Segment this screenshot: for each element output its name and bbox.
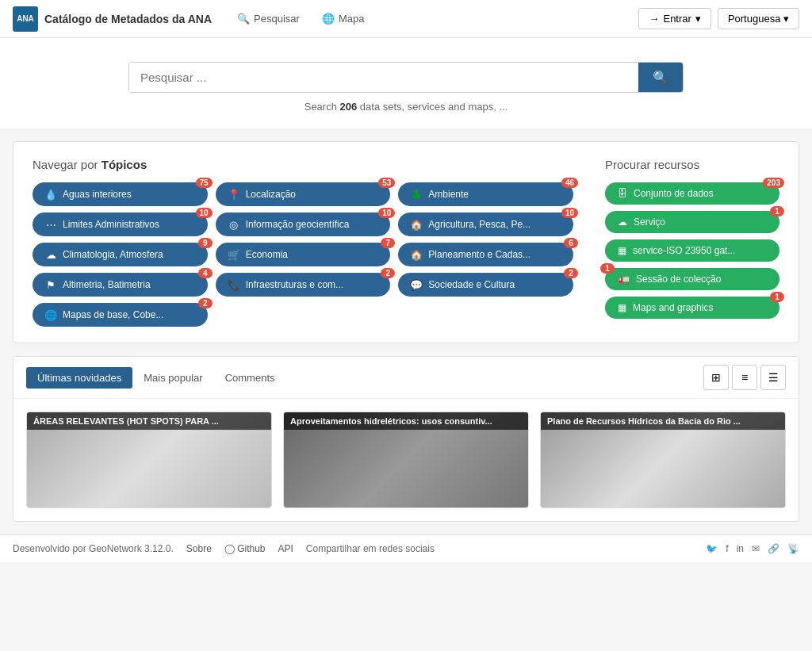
footer-sobre-link[interactable]: Sobre (186, 543, 212, 554)
topic-altimetria-label: Altimetria, Batimetria (63, 279, 151, 290)
topics-col-3: 🌲 Ambiente 46 🏠 Agricultura, Pesca, Pe..… (398, 182, 573, 327)
topic-sociedade-label: Sociedade e Cultura (428, 279, 515, 290)
resource-maps[interactable]: ▦ Maps and graphics 1 (605, 297, 779, 319)
flag-icon: ⚑ (44, 278, 58, 292)
main-nav: 🔍 Pesquisar 🌐 Mapa (228, 8, 638, 29)
topic-limites-label: Limites Administrativos (63, 219, 159, 230)
pin-icon: 📍 (227, 187, 241, 201)
facebook-icon[interactable]: f (726, 543, 728, 554)
footer-social: 🐦 f in ✉ 🔗 📡 (706, 543, 799, 554)
topic-aguas-badge: 75 (196, 178, 213, 188)
table-icon: ▦ (618, 245, 626, 256)
resource-iso-label: service-ISO 23950 gat... (633, 245, 735, 256)
resource-conjunto-label: Conjunto de dados (634, 188, 714, 199)
resources-title: Procurar recursos (605, 158, 779, 171)
topic-sociedade[interactable]: 💬 Sociedade e Cultura 2 (398, 273, 573, 297)
topic-localizacao-label: Localização (246, 189, 296, 200)
email-icon[interactable]: ✉ (752, 543, 760, 554)
compact-view-button[interactable]: ☰ (760, 365, 786, 390)
tabs-bar: Últimas novidades Mais popular Comments … (13, 357, 799, 399)
twitter-icon[interactable]: 🐦 (706, 543, 718, 554)
search-input[interactable] (129, 63, 638, 92)
search-info-suffix: data sets, services and maps, ... (357, 101, 508, 113)
plan-icon: 🏠 (409, 247, 423, 262)
tab-ultimas-label: Últimas novidades (37, 372, 121, 384)
card-3[interactable]: Plano de Recursos Hídricos da Bacia do R… (540, 412, 786, 508)
topic-mapas[interactable]: 🌐 Mapas de base, Cobe... 2 (33, 303, 208, 327)
search-bar: 🔍 (128, 62, 684, 93)
resource-sessao[interactable]: 🚛 Sessão de colecção 1 (605, 268, 779, 290)
admin-icon: ⋯ (44, 217, 58, 232)
topic-altimetria[interactable]: ⚑ Altimetria, Batimetria 4 (33, 273, 208, 297)
entrar-label: Entrar (663, 13, 691, 25)
dataset-count: 206 (340, 101, 358, 113)
topic-planeamento[interactable]: 🏠 Planeamento e Cadas... 6 (398, 243, 573, 266)
link-icon[interactable]: 🔗 (768, 543, 779, 554)
nav-map-label: Mapa (339, 13, 365, 25)
card-2[interactable]: Aproveitamentos hidrelétricos: usos cons… (283, 412, 529, 508)
nav-search-link[interactable]: 🔍 Pesquisar (228, 8, 309, 29)
footer-github-link[interactable]: ◯ Github (224, 543, 266, 554)
topics-section: Navegar por Tópicos 💧 Aguas interiores 7… (13, 141, 799, 343)
search-info: Search 206 data sets, services and maps,… (13, 101, 799, 113)
search-info-prefix: Search (304, 101, 340, 113)
resource-servico-label: Serviço (634, 216, 665, 228)
tree-icon: 🌲 (409, 187, 423, 201)
topic-mapas-badge: 2 (198, 298, 213, 308)
topics-title-bold: Tópicos (102, 158, 147, 171)
topic-infra-badge: 2 (381, 268, 395, 278)
topics-col-1: 💧 Aguas interiores 75 ⋯ Limites Administ… (33, 182, 208, 327)
topic-aguas[interactable]: 💧 Aguas interiores 75 (33, 182, 208, 206)
footer-credit: Desenvolvido por GeoNetwork 3.12.0. (13, 543, 174, 554)
resource-sessao-badge: 1 (600, 263, 615, 274)
rss-icon[interactable]: 📡 (787, 543, 799, 554)
topic-localizacao[interactable]: 📍 Localização 53 (216, 182, 391, 206)
search-button[interactable]: 🔍 (638, 63, 683, 92)
nav-search-label: Pesquisar (254, 13, 300, 25)
tab-popular[interactable]: Mais popular (132, 367, 213, 389)
grid-view-button[interactable]: ⊞ (703, 365, 729, 390)
topic-infra[interactable]: 📞 Infraestruturas e com... 2 (216, 273, 391, 297)
tab-comments[interactable]: Comments (214, 367, 286, 389)
resource-conjunto[interactable]: 🗄 Conjunto de dados 203 (605, 182, 779, 205)
topics-grid: 💧 Aguas interiores 75 ⋯ Limites Administ… (33, 182, 573, 327)
topic-agricultura[interactable]: 🏠 Agricultura, Pesca, Pe... 10 (398, 213, 573, 236)
resource-sessao-label: Sessão de colecção (636, 274, 721, 285)
geo-icon: ◎ (227, 217, 241, 232)
maps-icon: ▦ (618, 302, 626, 313)
topic-planeamento-badge: 6 (564, 238, 578, 248)
tab-ultimas[interactable]: Últimas novidades (26, 367, 132, 389)
topic-clima[interactable]: ☁ Climatologia, Atmosfera 9 (33, 243, 208, 266)
nav-map-link[interactable]: 🌐 Mapa (312, 8, 374, 29)
list-view-button[interactable]: ≡ (732, 365, 757, 390)
cards-grid: ÁREAS RELEVANTES (HOT SPOTS) PARA ... Ap… (13, 399, 799, 521)
phone-icon: 📞 (227, 278, 241, 292)
topic-economia[interactable]: 🛒 Economia 7 (216, 243, 391, 266)
footer-api-link[interactable]: API (278, 543, 293, 554)
entrar-button[interactable]: → Entrar ▾ (638, 8, 710, 29)
footer-share-label: Compartilhar em redes sociais (306, 543, 435, 554)
resource-servico[interactable]: ☁ Serviço 1 (605, 211, 779, 233)
topic-geocientifica-badge: 10 (378, 208, 395, 218)
topic-limites[interactable]: ⋯ Limites Administrativos 10 (33, 213, 208, 236)
topic-clima-label: Climatologia, Atmosfera (63, 249, 163, 260)
language-button[interactable]: Portuguesa ▾ (718, 8, 799, 29)
topic-economia-badge: 7 (381, 238, 395, 248)
cloud-res-icon: ☁ (618, 216, 627, 228)
topics-title: Navegar por Tópicos (33, 158, 573, 171)
entrar-chevron-icon: ▾ (695, 13, 701, 25)
topic-geocientifica[interactable]: ◎ Informação geocientífica 10 (216, 213, 391, 236)
truck-icon: 🚛 (618, 274, 630, 285)
topic-ambiente-label: Ambiente (428, 189, 469, 200)
content-section: Últimas novidades Mais popular Comments … (13, 356, 799, 522)
resource-iso[interactable]: ▦ service-ISO 23950 gat... (605, 239, 779, 262)
card-1[interactable]: ÁREAS RELEVANTES (HOT SPOTS) PARA ... (26, 412, 272, 508)
card-3-title: Plano de Recursos Hídricos da Bacia do R… (541, 412, 785, 430)
cart-icon: 🛒 (227, 247, 241, 262)
topic-ambiente[interactable]: 🌲 Ambiente 46 (398, 182, 573, 206)
card-2-title: Aproveitamentos hidrelétricos: usos cons… (284, 412, 528, 430)
linkedin-icon[interactable]: in (737, 543, 744, 554)
view-buttons: ⊞ ≡ ☰ (703, 365, 786, 390)
water-icon: 💧 (44, 187, 58, 201)
topic-clima-badge: 9 (198, 238, 213, 248)
